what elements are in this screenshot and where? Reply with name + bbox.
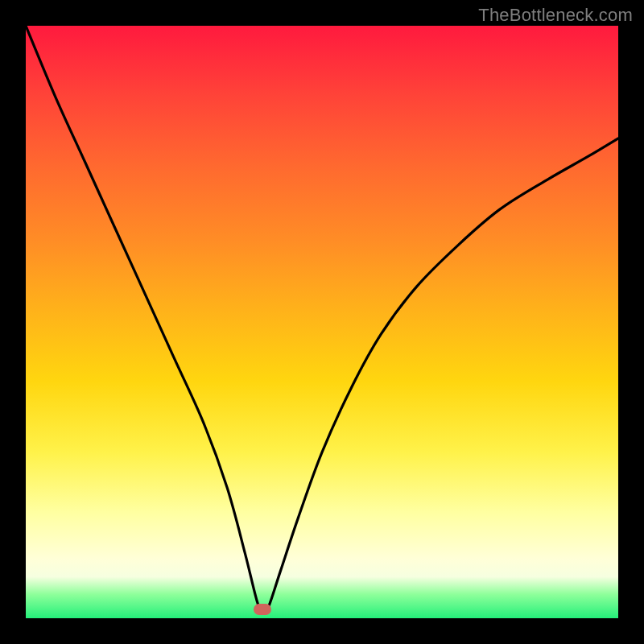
curve-path bbox=[26, 26, 618, 613]
plot-area bbox=[26, 26, 618, 618]
optimum-marker bbox=[254, 604, 271, 615]
chart-frame: TheBottleneck.com bbox=[0, 0, 644, 644]
bottleneck-curve bbox=[26, 26, 618, 618]
watermark-text: TheBottleneck.com bbox=[478, 5, 633, 26]
